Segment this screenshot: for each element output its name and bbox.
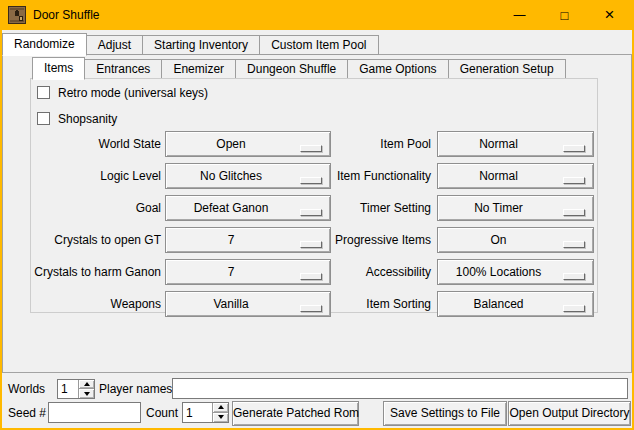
worlds-spin-down-icon[interactable] (79, 389, 94, 398)
crystals-open-gt-dropdown[interactable]: 7 (165, 227, 331, 253)
item-pool-dropdown[interactable]: Normal (437, 131, 594, 157)
logic-level-label: Logic Level (33, 163, 161, 189)
tab-starting-inventory[interactable]: Starting Inventory (142, 35, 260, 55)
item-functionality-dropdown[interactable]: Normal (437, 163, 594, 189)
count-spin-down-icon[interactable] (213, 413, 228, 423)
shopsanity-label: Shopsanity (58, 112, 117, 126)
items-tab-panel: Retro mode (universal keys) Shopsanity W… (30, 78, 598, 313)
progressive-items-label: Progressive Items (331, 227, 431, 253)
count-input[interactable] (183, 403, 212, 422)
shopsanity-checkbox-row: Shopsanity (37, 111, 117, 126)
crystals-harm-ganon-dropdown[interactable]: 7 (165, 259, 331, 285)
item-functionality-label: Item Functionality (331, 163, 431, 189)
accessibility-label: Accessibility (331, 259, 431, 285)
progressive-items-dropdown[interactable]: On (437, 227, 594, 253)
dropdown-indicator-icon (300, 305, 322, 312)
door-shuffle-window: Door Shuffle — □ × Randomize Adjust Star… (0, 0, 634, 430)
weapons-dropdown[interactable]: Vanilla (165, 291, 331, 317)
goal-label: Goal (33, 195, 161, 221)
count-spin-up-icon[interactable] (213, 403, 228, 413)
timer-setting-dropdown[interactable]: No Timer (437, 195, 594, 221)
dropdown-indicator-icon (300, 273, 322, 280)
shopsanity-checkbox[interactable] (37, 112, 50, 125)
worlds-label: Worlds (8, 379, 45, 399)
dropdown-indicator-icon (300, 209, 322, 216)
window-title: Door Shuffle (33, 8, 100, 22)
tab-items[interactable]: Items (32, 57, 85, 80)
player-names-label: Player names (99, 379, 172, 399)
minimize-button[interactable]: — (497, 0, 542, 30)
item-sorting-dropdown[interactable]: Balanced (437, 291, 594, 317)
crystals-open-gt-label: Crystals to open GT (33, 227, 161, 253)
tab-game-options[interactable]: Game Options (347, 59, 448, 79)
tab-entrances[interactable]: Entrances (84, 59, 162, 79)
tab-generation-setup[interactable]: Generation Setup (448, 59, 566, 79)
world-state-label: World State (33, 131, 161, 157)
tab-enemizer[interactable]: Enemizer (161, 59, 236, 79)
maximize-button[interactable]: □ (542, 0, 587, 30)
minimize-icon: — (514, 8, 526, 22)
tab-randomize[interactable]: Randomize (2, 33, 87, 56)
window-body: Randomize Adjust Starting Inventory Cust… (2, 30, 632, 428)
dropdown-indicator-icon (563, 241, 585, 248)
player-names-input[interactable] (172, 378, 628, 399)
count-spinner[interactable] (182, 402, 229, 423)
item-pool-label: Item Pool (331, 131, 431, 157)
worlds-input[interactable] (58, 380, 78, 398)
dropdown-indicator-icon (563, 273, 585, 280)
dropdown-indicator-icon (300, 241, 322, 248)
weapons-label: Weapons (33, 291, 161, 317)
door-icon (8, 6, 26, 24)
main-tab-bar: Randomize Adjust Starting Inventory Cust… (2, 32, 379, 55)
dropdown-indicator-icon (563, 209, 585, 216)
retro-mode-checkbox-row: Retro mode (universal keys) (37, 85, 208, 100)
timer-setting-label: Timer Setting (331, 195, 431, 221)
worlds-spinner[interactable] (57, 379, 95, 399)
worlds-spin-up-icon[interactable] (79, 380, 94, 389)
tab-dungeon-shuffle[interactable]: Dungeon Shuffle (235, 59, 348, 79)
count-label: Count (146, 403, 178, 423)
dropdown-indicator-icon (563, 177, 585, 184)
generate-patched-rom-button[interactable]: Generate Patched Rom (232, 401, 359, 426)
close-button[interactable]: × (587, 0, 632, 30)
seed-label: Seed # (8, 403, 46, 423)
save-settings-button[interactable]: Save Settings to File (383, 401, 507, 426)
tab-adjust[interactable]: Adjust (86, 35, 143, 55)
logic-level-dropdown[interactable]: No Glitches (165, 163, 331, 189)
maximize-icon: □ (561, 9, 569, 22)
sub-tab-bar: Items Entrances Enemizer Dungeon Shuffle… (32, 56, 566, 79)
crystals-harm-ganon-label: Crystals to harm Ganon (33, 259, 161, 285)
accessibility-dropdown[interactable]: 100% Locations (437, 259, 594, 285)
goal-dropdown[interactable]: Defeat Ganon (165, 195, 331, 221)
open-output-directory-button[interactable]: Open Output Directory (508, 401, 631, 426)
world-state-dropdown[interactable]: Open (165, 131, 331, 157)
title-bar: Door Shuffle — □ × (0, 0, 634, 30)
close-icon: × (605, 5, 615, 25)
tab-custom-item-pool[interactable]: Custom Item Pool (259, 35, 378, 55)
dropdown-indicator-icon (563, 305, 585, 312)
dropdown-indicator-icon (300, 177, 322, 184)
dropdown-indicator-icon (563, 145, 585, 152)
seed-input[interactable] (48, 402, 141, 423)
item-sorting-label: Item Sorting (331, 291, 431, 317)
retro-mode-label: Retro mode (universal keys) (58, 86, 208, 100)
retro-mode-checkbox[interactable] (37, 86, 50, 99)
dropdown-indicator-icon (300, 145, 322, 152)
